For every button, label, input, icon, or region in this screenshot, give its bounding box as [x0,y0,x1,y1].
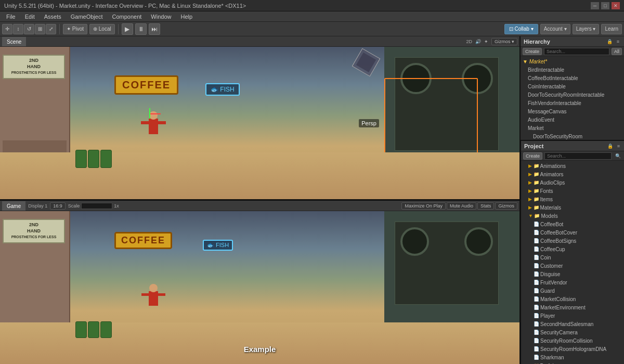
project-item-7[interactable]: 📄 CoffeeBot [521,220,624,228]
game-machine-circle-2 [464,227,493,256]
step-button[interactable]: ⏭ [149,23,160,35]
scene-gizmos-btn[interactable]: Gizmos ▾ [491,38,517,45]
pause-button[interactable]: ⏸ [135,23,147,35]
collab-button[interactable]: ⊡ Collab ▾ [504,24,538,34]
project-item-12[interactable]: 📄 Customer [521,262,624,270]
menu-window[interactable]: Window [147,12,175,21]
play-button[interactable]: ▶ [122,23,133,35]
menu-file[interactable]: File [2,12,20,21]
game-gizmos-btn[interactable]: Gizmos [495,202,517,210]
hierarchy-tree-item-0[interactable]: ▼ Market* [521,57,624,66]
menu-gameobject[interactable]: GameObject [67,12,107,21]
project-item-5[interactable]: ▶ 📁 Materials [521,203,624,212]
project-item-23[interactable]: 📄 Sharkman [521,353,624,361]
project-item-13[interactable]: 📄 Disguise [521,270,624,278]
project-item-20[interactable]: 📄 SecurityCamera [521,328,624,336]
display-label: Display 1 [28,203,47,209]
secondhand-sign: 2NDHANDPROSTHETICS FOR LESS [3,55,65,79]
project-search[interactable] [544,152,612,160]
scale-label: Scale [68,203,80,209]
project-item-0[interactable]: ▶ 📁 Animations [521,162,624,170]
char-left-arm [141,121,149,124]
scene-audio-btn[interactable]: 🔊 [475,39,481,44]
menu-help[interactable]: Help [176,12,197,21]
project-item-18[interactable]: 📄 Player [521,311,624,320]
close-button[interactable]: ✕ [612,2,620,9]
transform-move-tool[interactable]: ↕ [13,24,23,34]
minimize-button[interactable]: ─ [591,2,599,9]
menu-component[interactable]: Component [108,12,146,21]
game-panel-container: Game Display 1 16:9 Scale 1x Maximize On… [0,201,519,364]
mute-audio-btn[interactable]: Mute Audio [447,202,476,210]
hierarchy-tree-item-7[interactable]: AudioEvent [521,115,624,124]
game-tab[interactable]: Game [2,201,25,211]
pivot-button[interactable]: ✦ Pivot [63,24,87,34]
hierarchy-tree-item-3[interactable]: CoinInteractable [521,82,624,90]
hierarchy-search[interactable] [544,48,609,55]
project-item-4[interactable]: ▶ 📁 Items [521,195,624,203]
hierarchy-tree-item-8[interactable]: Market [521,124,624,132]
maximize-button[interactable]: □ [601,2,609,9]
project-item-8[interactable]: 📄 CoffeeBotCover [521,228,624,237]
transform-rotate-tool[interactable]: ↺ [24,24,34,34]
project-item-1[interactable]: ▶ 📁 Animators [521,170,624,178]
title-bar: Unity 5.5.2f1 (64bit) - Market.unity - I… [0,0,624,11]
project-controls: 🔒 ≡ [606,143,621,149]
menu-assets[interactable]: Assets [40,12,66,21]
left-panels: Scene 2D 🔊 ✦ Gizmos ▾ 2NDHANDPROSTHETICS [0,36,520,364]
transform-scale-tool[interactable]: ⊞ [35,24,45,34]
hierarchy-tree-item-2[interactable]: CoffeeBotInteractable [521,74,624,82]
scene-tab[interactable]: Scene [2,37,26,46]
hierarchy-tree-item-5[interactable]: FishVendorInteractable [521,99,624,107]
maximize-on-play-btn[interactable]: Maximize On Play [401,202,446,210]
local-button[interactable]: ⊕ Local [89,24,115,34]
transform-hand-tool[interactable]: ✛ [2,24,12,34]
account-button[interactable]: Account ▾ [540,24,570,34]
project-item-15[interactable]: 📄 Guard [521,287,624,295]
project-item-24[interactable]: ▶ 📁 Prefabs [521,361,624,364]
project-search-btn[interactable]: 🔍 [614,153,622,159]
project-item-21[interactable]: 📄 SecurityRoomCollision [521,336,624,345]
project-item-19[interactable]: 📄 SecondHandSalesman [521,320,624,328]
stats-btn[interactable]: Stats [477,202,495,210]
scene-tab-bar: Scene 2D 🔊 ✦ Gizmos ▾ [0,36,519,47]
window-controls: ─ □ ✕ [591,2,620,9]
project-item-16[interactable]: 📄 MarketCollision [521,295,624,303]
hierarchy-menu-btn[interactable]: ≡ [615,38,621,45]
hierarchy-tree-item-6[interactable]: MessageCanvas [521,107,624,115]
hierarchy-lock-btn[interactable]: 🔒 [605,38,614,45]
project-item-11[interactable]: 📄 Coin [521,253,624,262]
project-item-3[interactable]: ▶ 📁 Fonts [521,187,624,195]
project-lock-btn[interactable]: 🔒 [606,143,615,149]
scene-nav-cube[interactable] [353,49,379,75]
project-item-22[interactable]: 📄 SecurityRoomHologramDNA [521,345,624,353]
hierarchy-tree-item-4[interactable]: DoorToSecurityRoomInteractable [521,90,624,99]
scale-value: 1x [114,203,119,209]
game-ratio-btn[interactable]: 16:9 [50,202,66,210]
transform-rect-tool[interactable]: ⤢ [46,24,56,34]
layers-button[interactable]: Layers ▾ [573,24,600,34]
scene-fx-btn[interactable]: ✦ [484,39,488,44]
project-item-6[interactable]: ▼ 📁 Models [521,212,624,220]
hierarchy-tree-item-1[interactable]: BirdInteractable [521,66,624,74]
separator-1 [59,24,60,34]
project-item-17[interactable]: 📄 MarketEnvironment [521,303,624,311]
character-area [138,119,169,171]
hierarchy-create-btn[interactable]: Create [523,48,542,55]
project-item-9[interactable]: 📄 CoffeeBotSigns [521,237,624,245]
scale-slider[interactable] [81,203,112,209]
hierarchy-tree-item-9[interactable]: DoorToSecurityRoom [521,132,624,140]
scene-panel-container: Scene 2D 🔊 ✦ Gizmos ▾ 2NDHANDPROSTHETICS [0,36,519,201]
project-item-10[interactable]: 📄 CoffeeCup [521,245,624,253]
project-item-2[interactable]: ▶ 📁 AudioClips [521,178,624,187]
hierarchy-all-btn[interactable]: All [612,48,622,55]
project-create-btn[interactable]: Create [523,152,542,160]
project-item-14[interactable]: 📄 FruitVendor [521,278,624,287]
project-menu-btn[interactable]: ≡ [616,143,621,149]
char-right-arm [158,121,166,124]
barrels-group [75,150,112,168]
scene-2d-btn[interactable]: 2D [466,39,472,44]
menu-edit[interactable]: Edit [21,12,39,21]
learn-button[interactable]: Learn [601,24,622,34]
project-panel: Project 🔒 ≡ Create 🔍 ▶ 📁 Animations▶ 📁 A… [521,140,624,364]
